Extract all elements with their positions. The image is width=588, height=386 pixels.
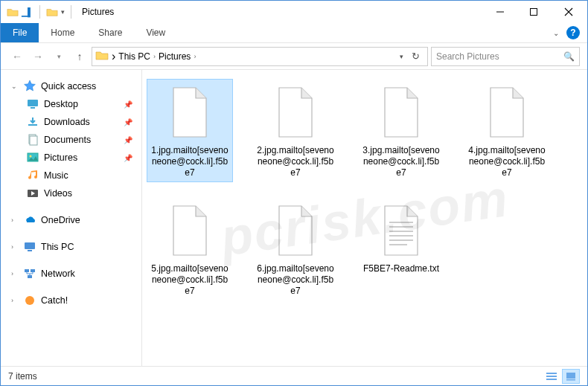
breadcrumb-thispc[interactable]: This PC› [118,51,156,62]
svg-rect-21 [31,269,35,272]
blank-file-icon [163,201,217,262]
expand-icon[interactable]: › [11,243,19,251]
catch-icon [23,294,36,307]
tab-home[interactable]: Home [39,23,86,42]
svg-rect-12 [28,124,37,126]
file-item[interactable]: 6.jpg.mailto[sevenoneone@cock.li].f5be7 [252,197,339,300]
svg-rect-11 [31,107,35,109]
tab-share[interactable]: Share [86,23,134,42]
svg-rect-18 [25,242,35,249]
file-item[interactable]: 3.jpg.mailto[sevenoneone@cock.li].f5be7 [358,79,444,182]
sidebar-item-pictures[interactable]: Pictures📌 [1,149,141,167]
breadcrumb-label: This PC [118,51,150,62]
history-dropdown-icon[interactable]: ▾ [400,53,403,60]
sidebar-item-label: Quick access [41,81,96,91]
sidebar-item-label: Pictures [44,152,77,163]
chevron-right-icon[interactable]: › [153,53,156,60]
folder-icon [7,6,19,18]
network-icon [23,267,36,280]
pin-icon: 📌 [124,154,132,162]
file-item[interactable]: 4.jpg.mailto[sevenoneone@cock.li].f5be7 [464,79,550,182]
documents-icon [26,133,39,147]
blank-file-icon [374,83,428,144]
expand-icon[interactable]: › [11,270,19,277]
file-item[interactable]: 1.jpg.mailto[sevenoneone@cock.li].f5be7 [147,79,233,182]
file-item[interactable]: 5.jpg.mailto[sevenoneone@cock.li].f5be7 [147,197,233,300]
sidebar-item-documents[interactable]: Documents📌 [1,131,141,149]
maximize-button[interactable] [517,1,550,23]
videos-icon [26,187,39,200]
star-icon [23,80,36,93]
folder-icon [95,50,109,63]
pin-icon: 📌 [124,118,132,126]
close-button[interactable] [550,1,587,23]
svg-rect-14 [30,136,37,145]
svg-rect-24 [546,373,557,374]
qat-dropdown-icon[interactable]: ▾ [61,8,65,16]
sidebar-item-network[interactable]: ›Network [1,265,141,283]
details-view-button[interactable] [543,369,560,384]
svg-rect-27 [566,373,575,379]
file-name: 3.jpg.mailto[sevenoneone@cock.li].f5be7 [362,145,441,178]
svg-point-16 [30,155,32,158]
properties-icon[interactable]: ▁▌ [22,6,33,18]
file-name: 2.jpg.mailto[sevenoneone@cock.li].f5be7 [256,145,335,178]
address-bar[interactable]: › This PC› Pictures› ▾ ↻ [92,47,428,66]
quick-access-toolbar: ▁▌ ▾ Pictures [1,5,114,19]
help-icon[interactable]: ? [566,26,580,39]
sidebar-item-downloads[interactable]: Downloads📌 [1,113,141,131]
search-placeholder: Search Pictures [436,51,559,62]
file-name: 6.jpg.mailto[sevenoneone@cock.li].f5be7 [256,263,335,297]
file-tab[interactable]: File [1,23,39,42]
blank-file-icon [269,83,322,144]
sidebar-item-label: Catch! [41,295,68,306]
breadcrumb-pictures[interactable]: Pictures› [159,51,196,62]
sidebar-item-music[interactable]: Music [1,167,141,184]
forward-button[interactable]: → [29,48,47,65]
sidebar-item-desktop[interactable]: Desktop📌 [1,95,141,113]
pin-icon: 📌 [124,136,132,144]
sidebar-item-label: OneDrive [41,215,80,225]
refresh-button[interactable]: ↻ [406,51,424,62]
tab-view[interactable]: View [134,23,177,42]
file-name: F5BE7-Readme.txt [363,263,439,274]
svg-rect-19 [28,250,32,251]
separator [39,5,40,19]
expand-ribbon-icon[interactable]: ⌄ [553,29,559,37]
titlebar: ▁▌ ▾ Pictures [1,1,587,23]
search-input[interactable]: Search Pictures 🔍 [431,47,580,66]
chevron-right-icon[interactable]: › [194,53,196,60]
sidebar-item-label: Documents [44,135,91,145]
sidebar-item-label: Videos [44,188,72,199]
file-pane[interactable]: pcrisk.com 1.jpg.mailto[sevenoneone@cock… [142,70,587,366]
large-icons-view-button[interactable] [562,369,580,384]
sidebar-item-label: This PC [41,242,74,252]
pictures-icon [26,151,39,164]
downloads-icon [26,115,39,129]
chevron-right-icon[interactable]: › [112,50,115,63]
file-item[interactable]: F5BE7-Readme.txt [358,197,444,300]
navigation-pane: ⌄ Quick access Desktop📌Downloads📌Documen… [1,70,142,366]
navigation-row: ← → ▾ ↑ › This PC› Pictures› ▾ ↻ Search … [1,43,587,70]
sidebar-item-catch[interactable]: ›Catch! [1,292,141,309]
back-button[interactable]: ← [8,48,26,65]
recent-dropdown-icon[interactable]: ▾ [50,48,68,65]
sidebar-item-videos[interactable]: Videos [1,184,141,202]
pin-icon: 📌 [124,100,132,109]
file-name: 1.jpg.mailto[sevenoneone@cock.li].f5be7 [150,145,229,178]
svg-rect-26 [546,379,557,380]
sidebar-item-thispc[interactable]: ›This PC [1,238,141,256]
sidebar-item-onedrive[interactable]: ›OneDrive [1,211,141,229]
minimize-button[interactable] [483,1,517,23]
expand-icon[interactable]: › [11,216,19,224]
blank-file-icon [480,83,534,144]
expand-icon[interactable]: › [11,297,19,304]
collapse-icon[interactable]: ⌄ [11,83,19,90]
file-name: 4.jpg.mailto[sevenoneone@cock.li].f5be7 [467,145,546,178]
sidebar-item-label: Downloads [44,117,90,127]
body: ⌄ Quick access Desktop📌Downloads📌Documen… [1,70,587,366]
file-item[interactable]: 2.jpg.mailto[sevenoneone@cock.li].f5be7 [252,79,339,182]
sidebar-item-quick-access[interactable]: ⌄ Quick access [1,77,141,95]
up-button[interactable]: ↑ [71,48,89,65]
svg-rect-10 [28,100,38,106]
